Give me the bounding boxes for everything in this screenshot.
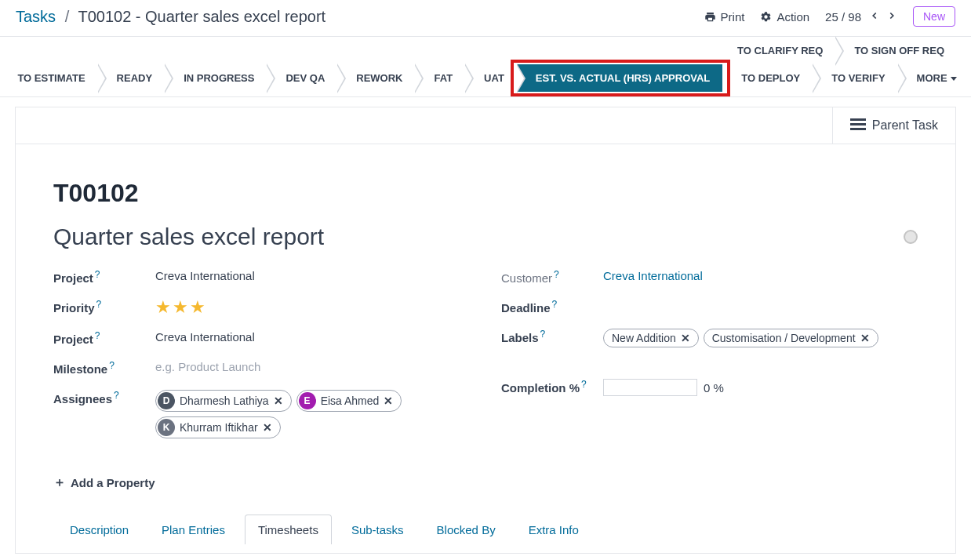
tab-blocked-by[interactable]: Blocked By [424, 515, 509, 544]
help-icon[interactable]: ? [114, 390, 119, 401]
remove-icon[interactable]: ✕ [681, 332, 690, 344]
label-project: Project? [53, 269, 155, 285]
print-label: Print [721, 10, 745, 24]
assignee-chip[interactable]: E Eisa Ahmed ✕ [296, 390, 402, 412]
action-button[interactable]: Action [760, 10, 809, 24]
list-icon [850, 118, 866, 133]
tag-text: Customisation / Development [712, 332, 856, 344]
star-icon[interactable]: ★ [173, 299, 188, 316]
tab-description[interactable]: Description [56, 515, 142, 544]
help-icon[interactable]: ? [96, 299, 102, 310]
field-customer[interactable]: Creva International [603, 269, 918, 282]
avatar: K [158, 419, 175, 436]
assignee-chip[interactable]: D Dharmesh Lathiya ✕ [155, 390, 292, 412]
label-completion: Completion %? [501, 379, 603, 395]
help-icon[interactable]: ? [95, 330, 100, 341]
assignee-name: Khurram Iftikhar [180, 421, 258, 434]
completion-value: 0 % [704, 381, 724, 395]
star-icon[interactable]: ★ [155, 299, 171, 316]
breadcrumb-item: T00102 - Quarter sales excel report [78, 8, 325, 25]
label-customer: Customer? [501, 269, 603, 285]
assignee-name: Dharmesh Lathiya [180, 395, 269, 407]
parent-task-label: Parent Task [872, 118, 938, 133]
next-button[interactable] [886, 10, 897, 24]
stage-to-clarify-req[interactable]: TO CLARIFY REQ [718, 37, 835, 64]
remove-icon[interactable]: ✕ [263, 421, 272, 434]
label-milestone: Milestone? [53, 360, 155, 376]
breadcrumb-sep: / [65, 8, 70, 25]
stage-to-verify[interactable]: TO VERIFY [813, 64, 897, 92]
tab-extra-info[interactable]: Extra Info [515, 515, 592, 544]
parent-task-button[interactable]: Parent Task [832, 107, 955, 144]
plus-icon: ＋ [53, 475, 66, 491]
star-icon[interactable]: ★ [190, 299, 205, 316]
stage-rework[interactable]: REWORK [337, 64, 415, 92]
task-id: T00102 [53, 179, 918, 208]
task-title[interactable]: Quarter sales excel report [53, 224, 324, 250]
add-property-button[interactable]: ＋ Add a Property [53, 475, 155, 491]
prev-button[interactable] [869, 10, 880, 24]
stage-to-estimate[interactable]: TO ESTIMATE [0, 64, 98, 92]
tab-sub-tasks[interactable]: Sub-tasks [338, 515, 417, 544]
new-button[interactable]: New [913, 6, 955, 27]
chevron-down-icon [951, 77, 957, 81]
completion-input[interactable] [603, 379, 697, 396]
print-button[interactable]: Print [704, 10, 745, 24]
stage-in-progress[interactable]: IN PROGRESS [165, 64, 267, 92]
field-milestone[interactable]: e.g. Product Launch [155, 360, 470, 373]
label-tag[interactable]: Customisation / Development✕ [704, 329, 878, 347]
stage-to-sign-off-req[interactable]: TO SIGN OFF REQ [835, 37, 957, 64]
stage-dev-qa[interactable]: DEV QA [267, 64, 337, 92]
help-icon[interactable]: ? [554, 269, 559, 280]
remove-icon[interactable]: ✕ [274, 395, 283, 407]
stage-to-deploy[interactable]: TO DEPLOY [722, 64, 813, 92]
priority-stars[interactable]: ★ ★ ★ [155, 299, 470, 316]
help-icon[interactable]: ? [581, 379, 587, 390]
stage-more[interactable]: MORE [898, 64, 971, 92]
label-project-2: Project? [53, 330, 155, 346]
labels-list[interactable]: New Addition✕ Customisation / Developmen… [603, 329, 918, 347]
tag-text: New Addition [612, 332, 676, 344]
add-property-label: Add a Property [71, 476, 155, 489]
gear-icon [760, 11, 772, 23]
field-project-2[interactable]: Creva International [155, 330, 470, 344]
avatar: E [299, 392, 316, 409]
breadcrumb-root[interactable]: Tasks [16, 8, 56, 25]
assignees-list[interactable]: D Dharmesh Lathiya ✕ E Eisa Ahmed ✕ K [155, 390, 470, 438]
breadcrumb: Tasks / T00102 - Quarter sales excel rep… [16, 8, 325, 26]
chevron-left-icon [869, 10, 880, 21]
highlighted-stage-wrap: EST. VS. ACTUAL (HRS) APPROVAL [517, 64, 722, 92]
label-tag[interactable]: New Addition✕ [603, 329, 699, 347]
assignee-chip[interactable]: K Khurram Iftikhar ✕ [155, 416, 281, 438]
tab-timesheets[interactable]: Timesheets [245, 515, 332, 544]
help-icon[interactable]: ? [109, 360, 115, 371]
label-deadline: Deadline? [501, 299, 603, 315]
avatar: D [158, 392, 175, 409]
remove-icon[interactable]: ✕ [860, 332, 870, 344]
label-assignees: Assignees? [53, 390, 155, 405]
help-icon[interactable]: ? [540, 329, 546, 340]
print-icon [704, 11, 716, 23]
status-circle-icon[interactable] [904, 230, 918, 244]
help-icon[interactable]: ? [552, 299, 558, 310]
remove-icon[interactable]: ✕ [384, 395, 393, 407]
assignee-name: Eisa Ahmed [321, 395, 380, 407]
stage-ready[interactable]: READY [98, 64, 165, 92]
action-label: Action [776, 10, 809, 24]
label-labels: Labels? [501, 329, 603, 344]
tab-plan-entries[interactable]: Plan Entries [148, 515, 238, 544]
field-project[interactable]: Creva International [155, 269, 470, 282]
chevron-right-icon [886, 10, 897, 21]
stage-est-vs-actual[interactable]: EST. VS. ACTUAL (HRS) APPROVAL [517, 64, 722, 92]
label-priority: Priority? [53, 299, 155, 315]
help-icon[interactable]: ? [95, 269, 100, 280]
pager-count: 25 / 98 [825, 10, 861, 24]
